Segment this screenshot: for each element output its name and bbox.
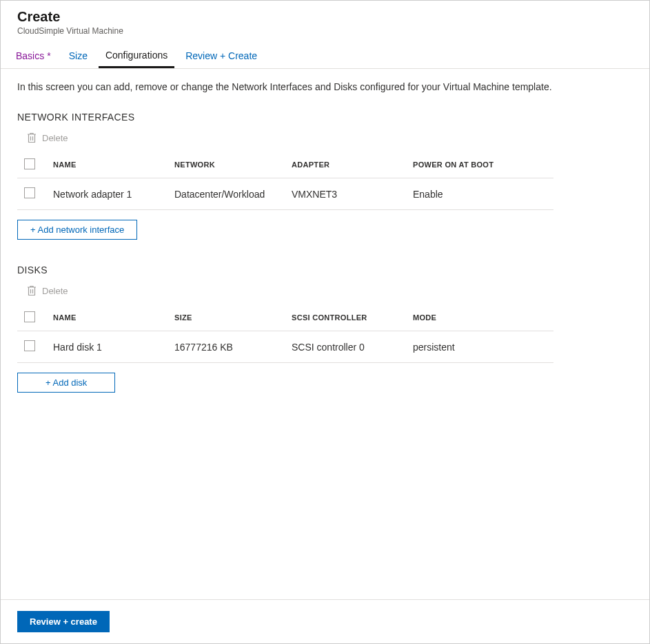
table-row[interactable]: Network adapter 1 Datacenter/Workload VM… (17, 178, 553, 210)
disks-row-scsi: SCSI controller 0 (286, 331, 407, 363)
disks-col-name: NAME (48, 304, 169, 331)
page-subtitle: CloudSimple Virtual Machine (17, 26, 633, 36)
network-row-adapter: VMXNET3 (286, 178, 407, 210)
required-asterisk-icon: * (47, 50, 50, 61)
network-row-checkbox[interactable] (24, 187, 35, 198)
tab-review-create[interactable]: Review + Create (179, 43, 264, 68)
disks-col-mode: MODE (407, 304, 553, 331)
disks-table: NAME SIZE SCSI CONTROLLER MODE Hard disk… (17, 304, 553, 363)
network-delete-label: Delete (42, 133, 68, 143)
disks-row-checkbox[interactable] (24, 340, 35, 351)
intro-text: In this screen you can add, remove or ch… (17, 81, 633, 92)
add-network-interface-button[interactable]: + Add network interface (17, 220, 137, 240)
network-col-adapter: ADAPTER (286, 152, 407, 178)
disks-row-name: Hard disk 1 (48, 331, 169, 363)
content-area: In this screen you can add, remove or ch… (1, 69, 649, 599)
tab-basics-label: Basics (16, 50, 44, 61)
disks-delete-label: Delete (42, 286, 68, 296)
disks-title: DISKS (17, 264, 633, 276)
add-disk-button[interactable]: + Add disk (17, 373, 115, 393)
network-row-power: Enable (407, 178, 553, 210)
network-col-power: POWER ON AT BOOT (407, 152, 553, 178)
network-checkbox-all[interactable] (24, 158, 35, 169)
disks-row-size: 16777216 KB (169, 331, 286, 363)
trash-icon (27, 285, 37, 296)
network-row-name: Network adapter 1 (48, 178, 169, 210)
trash-icon (27, 132, 37, 143)
disks-col-scsi: SCSI CONTROLLER (286, 304, 407, 331)
page-title: Create (17, 9, 633, 25)
review-create-button[interactable]: Review + create (17, 611, 110, 632)
network-col-network: NETWORK (169, 152, 286, 178)
network-delete-button[interactable]: Delete (17, 132, 633, 143)
tab-basics[interactable]: Basics* (9, 43, 58, 68)
disks-checkbox-all[interactable] (24, 311, 35, 322)
table-row[interactable]: Hard disk 1 16777216 KB SCSI controller … (17, 331, 553, 363)
page-header: Create CloudSimple Virtual Machine (1, 1, 649, 43)
disks-row-mode: persistent (407, 331, 553, 363)
tab-bar: Basics* Size Configurations Review + Cre… (1, 43, 649, 69)
tab-size[interactable]: Size (62, 43, 94, 68)
network-interfaces-title: NETWORK INTERFACES (17, 112, 633, 123)
network-col-name: NAME (48, 152, 169, 178)
footer-bar: Review + create (1, 599, 649, 643)
disks-col-size: SIZE (169, 304, 286, 331)
network-interfaces-table: NAME NETWORK ADAPTER POWER ON AT BOOT Ne… (17, 152, 553, 210)
tab-configurations[interactable]: Configurations (99, 43, 174, 68)
disks-delete-button[interactable]: Delete (17, 285, 633, 296)
network-row-network: Datacenter/Workload (169, 178, 286, 210)
